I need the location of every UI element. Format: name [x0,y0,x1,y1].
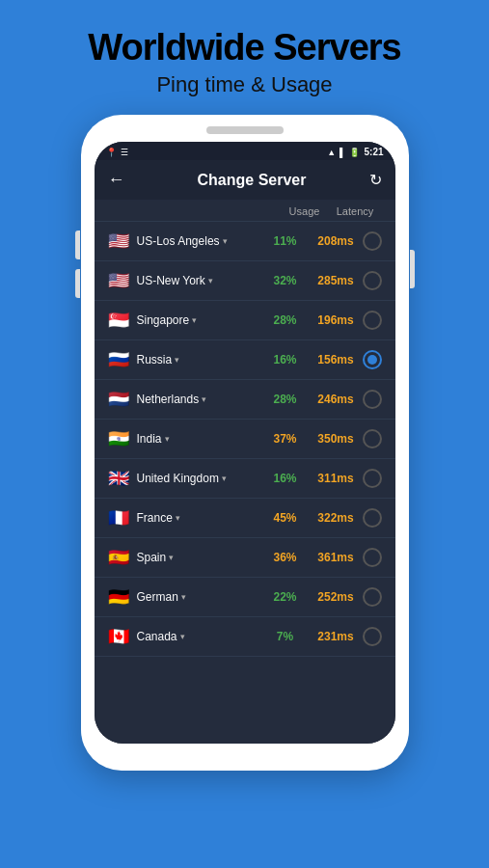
server-name: Singapore ▾ [137,313,261,327]
server-usage: 32% [261,274,310,287]
server-row[interactable]: 🇺🇸 US-Los Angeles ▾ 11% 208ms [95,222,395,261]
server-name: German ▾ [137,590,261,604]
status-bar-right: ▲ ▌ 🔋 5:21 [327,147,383,157]
server-radio[interactable] [363,429,382,448]
server-radio[interactable] [363,231,382,251]
server-flag: 🇮🇳 [108,428,129,449]
server-list: Usage Latency 🇺🇸 US-Los Angeles ▾ 11% 20… [95,200,395,744]
server-usage: 16% [261,472,310,485]
nav-bar: ← Change Server ↻ [95,160,395,200]
server-latency: 350ms [310,432,363,446]
server-row[interactable]: 🇩🇪 German ▾ 22% 252ms [95,578,395,617]
server-flag: 🇸🇬 [108,310,129,331]
server-flag: 🇷🇺 [108,349,129,370]
server-flag: 🇩🇪 [108,586,129,608]
chevron-down-icon: ▾ [169,553,174,562]
server-flag: 🇺🇸 [108,270,129,291]
server-radio[interactable] [363,469,382,488]
server-usage: 37% [261,432,310,446]
page-header: Worldwide Servers Ping time & Usage [68,0,420,107]
chevron-down-icon: ▾ [222,474,227,483]
server-name: France ▾ [137,511,261,525]
server-latency: 156ms [310,353,363,366]
wifi-icon: ▲ [327,148,336,157]
server-usage: 22% [261,590,310,604]
location-icon: 📍 [106,148,117,157]
server-flag: 🇨🇦 [108,626,129,647]
list-header: Usage Latency [95,200,395,222]
server-latency: 361ms [310,551,363,564]
chevron-down-icon: ▾ [180,632,185,641]
server-row[interactable]: 🇫🇷 France ▾ 45% 322ms [95,499,395,538]
server-latency: 246ms [310,393,363,406]
server-radio[interactable] [363,390,382,409]
server-name: Spain ▾ [137,551,261,564]
server-row[interactable]: 🇨🇦 Canada ▾ 7% 231ms [95,617,395,657]
server-radio[interactable] [363,627,382,646]
header-latency: Latency [329,205,382,217]
chevron-down-icon: ▾ [165,434,170,444]
server-latency: 285ms [310,274,363,287]
page-subtitle: Ping time & Usage [88,72,400,97]
server-name: India ▾ [137,432,261,446]
chevron-down-icon: ▾ [192,315,197,325]
server-latency: 322ms [310,511,363,525]
server-usage: 16% [261,353,310,366]
server-radio[interactable] [363,271,382,290]
server-row[interactable]: 🇷🇺 Russia ▾ 16% 156ms [95,340,395,380]
page-title: Worldwide Servers [88,27,400,68]
server-name: United Kingdom ▾ [137,472,261,485]
signal-icon: ▌ [340,148,345,157]
server-name: Russia ▾ [137,353,261,366]
server-latency: 231ms [310,630,363,643]
phone-screen: 📍 ☰ ▲ ▌ 🔋 5:21 ← Change Server ↻ [95,142,395,744]
server-name: US-Los Angeles ▾ [137,234,261,248]
server-usage: 45% [261,511,310,525]
back-button[interactable]: ← [108,170,125,190]
server-usage: 36% [261,551,310,564]
chevron-down-icon: ▾ [181,592,186,602]
notification-icon: ☰ [121,148,128,157]
server-latency: 252ms [310,590,363,604]
phone-body: 📍 ☰ ▲ ▌ 🔋 5:21 ← Change Server ↻ [81,115,409,771]
server-radio[interactable] [363,311,382,330]
server-latency: 311ms [310,472,363,485]
header-usage: Usage [281,205,329,217]
server-row[interactable]: 🇳🇱 Netherlands ▾ 28% 246ms [95,380,395,420]
server-radio[interactable] [363,508,382,528]
server-radio[interactable] [363,587,382,607]
server-flag: 🇪🇸 [108,547,129,568]
server-usage: 28% [261,393,310,406]
power-button [410,250,415,288]
server-name: Netherlands ▾ [137,393,261,406]
server-latency: 208ms [310,234,363,248]
chevron-down-icon: ▾ [175,355,179,365]
server-row[interactable]: 🇬🇧 United Kingdom ▾ 16% 311ms [95,459,395,499]
server-flag: 🇺🇸 [108,231,129,252]
status-bar: 📍 ☰ ▲ ▌ 🔋 5:21 [95,142,395,160]
server-usage: 28% [261,313,310,327]
server-flag: 🇳🇱 [108,389,129,410]
volume-up-button [75,231,80,259]
server-flag: 🇫🇷 [108,507,129,529]
server-latency: 196ms [310,313,363,327]
refresh-button[interactable]: ↻ [369,171,382,189]
status-bar-left: 📍 ☰ [106,148,128,157]
server-usage: 11% [261,234,310,248]
server-row[interactable]: 🇮🇳 India ▾ 37% 350ms [95,420,395,459]
chevron-down-icon: ▾ [176,513,180,523]
server-radio[interactable] [363,548,382,567]
server-row[interactable]: 🇸🇬 Singapore ▾ 28% 196ms [95,301,395,340]
server-flag: 🇬🇧 [108,468,129,489]
time-display: 5:21 [364,147,383,157]
server-name: Canada ▾ [137,630,261,643]
server-row[interactable]: 🇺🇸 US-New York ▾ 32% 285ms [95,261,395,301]
chevron-down-icon: ▾ [208,276,213,285]
chevron-down-icon: ▾ [202,394,206,404]
server-rows-container: 🇺🇸 US-Los Angeles ▾ 11% 208ms 🇺🇸 US-New … [95,222,395,657]
battery-icon: 🔋 [349,148,360,157]
server-row[interactable]: 🇪🇸 Spain ▾ 36% 361ms [95,538,395,578]
server-radio[interactable] [363,350,382,369]
phone-mockup: 📍 ☰ ▲ ▌ 🔋 5:21 ← Change Server ↻ [81,115,409,771]
volume-down-button [75,269,80,298]
